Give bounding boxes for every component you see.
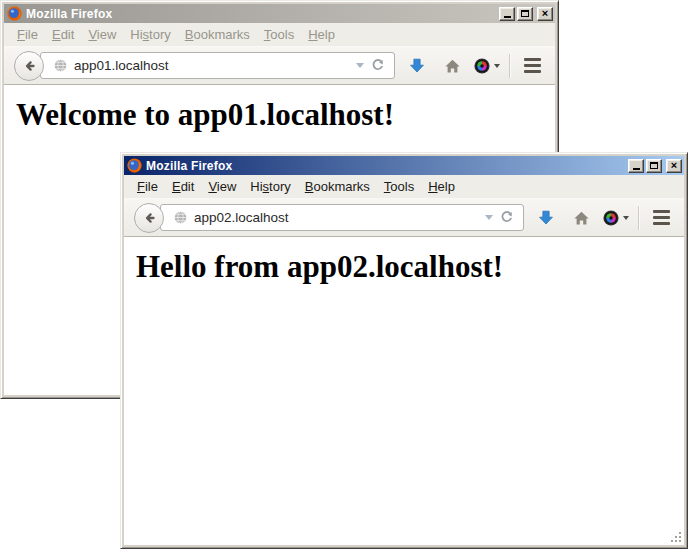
menu-bar: File Edit View History Bookmarks Tools H… [4, 23, 555, 46]
chevron-down-icon [623, 216, 629, 220]
menu-history[interactable]: History [123, 25, 177, 44]
close-icon: × [671, 160, 677, 170]
toolbar-separator [509, 54, 510, 78]
page-heading: Welcome to app01.localhost! [16, 97, 555, 133]
download-button[interactable] [533, 205, 559, 231]
menu-edit[interactable]: Edit [45, 25, 81, 44]
home-button[interactable] [439, 53, 465, 79]
menu-edit[interactable]: Edit [165, 177, 201, 196]
back-button[interactable] [134, 203, 164, 233]
back-icon [21, 58, 37, 74]
extension-button[interactable] [474, 53, 500, 79]
titlebar[interactable]: Mozilla Firefox × [4, 4, 555, 23]
menu-history[interactable]: History [243, 177, 297, 196]
extension-icon [474, 58, 490, 74]
minimize-button[interactable] [499, 7, 515, 21]
menu-file[interactable]: File [10, 25, 45, 44]
maximize-icon [521, 10, 529, 17]
url-input[interactable] [194, 210, 479, 225]
menu-view[interactable]: View [81, 25, 123, 44]
navigation-toolbar [4, 46, 555, 85]
firefox-logo-icon [7, 6, 22, 21]
toolbar-separator [638, 206, 639, 230]
back-button[interactable] [14, 51, 44, 81]
extension-button[interactable] [603, 205, 629, 231]
page-content: Hello from app02.localhost! [124, 237, 684, 545]
menu-icon [524, 58, 541, 73]
url-bar[interactable] [160, 204, 524, 231]
window-title: Mozilla Firefox [26, 7, 497, 21]
urlbar-dropdown-icon[interactable] [485, 215, 493, 220]
menu-bookmarks[interactable]: Bookmarks [298, 177, 377, 196]
download-icon [408, 57, 426, 74]
download-button[interactable] [404, 53, 430, 79]
close-icon: × [542, 8, 548, 18]
minimize-button[interactable] [628, 159, 644, 173]
maximize-icon [650, 162, 658, 169]
firefox-window-app02[interactable]: Mozilla Firefox × File Edit View History… [120, 152, 688, 549]
menu-icon [653, 210, 670, 225]
home-icon [573, 210, 590, 226]
home-icon [444, 58, 461, 74]
menu-tools[interactable]: Tools [377, 177, 421, 196]
resize-grip[interactable] [670, 531, 683, 544]
maximize-button[interactable] [517, 7, 533, 21]
reload-icon[interactable] [370, 58, 385, 73]
menu-help[interactable]: Help [421, 177, 462, 196]
minimize-icon [504, 16, 511, 18]
window-title: Mozilla Firefox [146, 159, 626, 173]
titlebar[interactable]: Mozilla Firefox × [124, 156, 684, 175]
menu-button[interactable] [648, 205, 674, 231]
site-globe-icon[interactable] [53, 58, 68, 73]
menu-bar: File Edit View History Bookmarks Tools H… [124, 175, 684, 198]
maximize-button[interactable] [646, 159, 662, 173]
url-bar[interactable] [40, 52, 395, 79]
extension-icon [603, 210, 619, 226]
close-button[interactable]: × [537, 7, 553, 21]
reload-icon[interactable] [499, 210, 514, 225]
urlbar-dropdown-icon[interactable] [356, 63, 364, 68]
chevron-down-icon [494, 64, 500, 68]
close-button[interactable]: × [666, 159, 682, 173]
navigation-toolbar [124, 198, 684, 237]
url-input[interactable] [74, 58, 350, 73]
download-icon [537, 209, 555, 226]
menu-tools[interactable]: Tools [257, 25, 301, 44]
menu-button[interactable] [519, 53, 545, 79]
menu-bookmarks[interactable]: Bookmarks [178, 25, 257, 44]
firefox-logo-icon [127, 158, 142, 173]
home-button[interactable] [568, 205, 594, 231]
menu-view[interactable]: View [201, 177, 243, 196]
page-heading: Hello from app02.localhost! [136, 249, 684, 285]
minimize-icon [633, 168, 640, 170]
menu-file[interactable]: File [130, 177, 165, 196]
menu-help[interactable]: Help [301, 25, 342, 44]
site-globe-icon[interactable] [173, 210, 188, 225]
back-icon [141, 210, 157, 226]
